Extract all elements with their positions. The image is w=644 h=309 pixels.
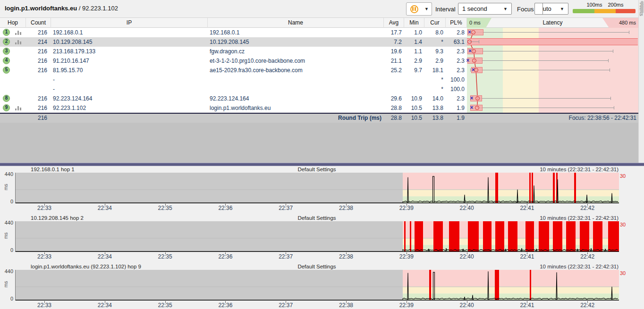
col-header-latency[interactable]: Latency 0 ms 480 ms [467, 18, 638, 28]
hop-number-badge: 5 [3, 67, 10, 74]
graph-canvas [16, 221, 619, 252]
cell-cur: 18.1 [424, 66, 443, 75]
cell-count: 216 [26, 28, 47, 37]
graph-range-label: 10 minutes (22:32:31 - 22:42:31) [15, 264, 619, 269]
cell-cur: 9.3 [424, 47, 443, 56]
cell-name: ae15-2029.fra30.core-backbone.com [210, 66, 382, 75]
cell-count: 216 [26, 66, 47, 75]
table-row[interactable]: 921692.223.1.102login.p1.worldoftanks.eu… [0, 103, 638, 113]
current-latency-marker: × [466, 57, 469, 64]
latency-cell: × [467, 94, 638, 103]
x-axis-label: 22:35 [158, 302, 172, 309]
cell-count: 214 [26, 37, 47, 47]
y-axis-min-label: 0 [0, 199, 13, 204]
current-latency-marker: × [470, 95, 474, 102]
col-header-avg[interactable]: Avg [384, 18, 404, 28]
col-header-cur[interactable]: Cur [424, 18, 446, 28]
hop-rows: 1216192.168.0.1192.168.0.117.71.08.02.8×… [0, 28, 638, 113]
cell-ip: 81.95.15.70 [53, 66, 206, 75]
latency-graph-plot[interactable] [15, 173, 619, 203]
cell-name: login.p1.worldoftanks.eu [210, 103, 382, 113]
table-row[interactable]: -*100.0 [0, 75, 638, 84]
cell-pl: 1.9 [446, 103, 465, 113]
x-axis-label: 22:34 [98, 302, 112, 309]
table-row[interactable]: 521681.95.15.70ae15-2029.fra30.core-back… [0, 66, 638, 75]
latency-graph-plot[interactable] [15, 221, 619, 252]
cell-count [26, 75, 47, 84]
cell-count [26, 84, 47, 94]
pause-button[interactable] [406, 2, 422, 16]
focus-label: Focus [517, 6, 534, 13]
table-row[interactable]: -*100.0 [0, 84, 638, 94]
cell-count: 216 [26, 103, 47, 113]
y-axis-unit-label: ms [3, 233, 8, 239]
x-axis-label: 22:40 [460, 253, 474, 260]
table-row[interactable]: 1216192.168.0.1192.168.0.117.71.08.02.8× [0, 28, 638, 37]
x-axis-label: 22:39 [399, 302, 414, 309]
pause-menu-button[interactable]: ▼ [422, 2, 432, 16]
hop-number-badge: 9 [3, 104, 10, 111]
table-row[interactable]: 3216213.168.179.133fgw.dragon.cz19.61.19… [0, 47, 638, 56]
latency-graph-block: login.p1.worldoftanks.eu (92.223.1.102) … [0, 264, 644, 309]
cell-name: et-3-1-2-10.prg10.core-backbone.com [210, 56, 382, 66]
whisker-max-tick [613, 50, 613, 53]
col-header-count[interactable]: Count [26, 18, 51, 28]
y-axis-min-label: 0 [0, 247, 13, 253]
col-header-min[interactable]: Min [404, 18, 424, 28]
trace-target-title: login.p1.worldoftanks.eu / 92.223.1.102 [5, 5, 118, 12]
average-latency-marker [467, 40, 472, 44]
cell-name: 92.223.124.164 [210, 94, 382, 103]
latency-graph-plot[interactable] [15, 270, 619, 301]
whisker-range-line [477, 108, 614, 108]
average-latency-marker [471, 30, 475, 34]
interval-value: 1 second [462, 5, 487, 12]
cell-min [404, 75, 422, 84]
cell-ip: 192.168.0.1 [53, 28, 206, 37]
summary-cur: 13.8 [424, 114, 443, 123]
col-header-pl[interactable]: PL% [446, 18, 467, 28]
x-axis-label: 22:36 [218, 253, 232, 260]
col-header-ip[interactable]: IP [51, 18, 208, 28]
x-axis-label: 22:34 [98, 253, 112, 260]
cell-avg [384, 75, 402, 84]
x-axis-label: 22:41 [520, 253, 534, 260]
average-latency-marker [475, 96, 480, 100]
toolbar: login.p1.worldoftanks.eu / 92.223.1.102 … [0, 0, 638, 18]
x-axis-label: 22:42 [580, 205, 594, 211]
col-header-name[interactable]: Name [208, 18, 384, 28]
cell-ip: 213.168.179.133 [53, 47, 206, 56]
scrollbar-thumb[interactable] [641, 1, 644, 13]
summary-count: 216 [26, 114, 47, 123]
table-row[interactable]: 421691.210.16.147et-3-1-2-10.prg10.core-… [0, 56, 638, 66]
x-axis-label: 22:33 [37, 302, 51, 309]
graph-range-label: 10 minutes (22:32:31 - 22:42:31) [15, 215, 619, 221]
col-header-hop[interactable]: Hop [0, 18, 26, 28]
x-axis-label: 22:33 [37, 205, 51, 211]
summary-pl: 1.9 [446, 114, 465, 123]
cell-name: 10.129.208.145 [210, 37, 382, 47]
latency-graph-block: 10.129.208.145 hop 2Default Settings10 m… [0, 215, 644, 264]
loss-axis-max-label: 30 [620, 222, 626, 227]
cell-ip: 92.223.1.102 [53, 103, 206, 113]
summary-min: 10.5 [404, 114, 422, 123]
cell-avg: 29.6 [384, 94, 402, 103]
x-axis-label: 22:37 [279, 205, 293, 211]
cell-avg [384, 84, 402, 94]
empty-panel [0, 123, 638, 163]
table-row[interactable]: 821692.223.124.16492.223.124.16429.610.9… [0, 94, 638, 103]
latency-graph-block: 192.168.0.1 hop 1Default Settings10 minu… [0, 167, 644, 215]
cell-count: 216 [26, 56, 47, 66]
cell-avg: 19.6 [384, 47, 402, 56]
pane-splitter[interactable] [0, 163, 644, 166]
x-axis-label: 22:42 [580, 302, 594, 309]
cell-ip: 10.129.208.145 [53, 37, 206, 47]
cell-avg: 17.7 [384, 28, 402, 37]
interval-select[interactable]: 1 second▼ [458, 3, 512, 15]
whisker-range-line [477, 98, 610, 99]
latency-cell [467, 37, 638, 47]
cell-avg: 25.2 [384, 66, 402, 75]
alerts-sidebar-tab[interactable]: Alerts [638, 0, 644, 163]
table-row[interactable]: 221410.129.208.14510.129.208.1457.21.4*6… [0, 37, 638, 47]
loss-axis-max-label: 30 [620, 173, 626, 179]
whisker-max-tick [610, 97, 611, 100]
